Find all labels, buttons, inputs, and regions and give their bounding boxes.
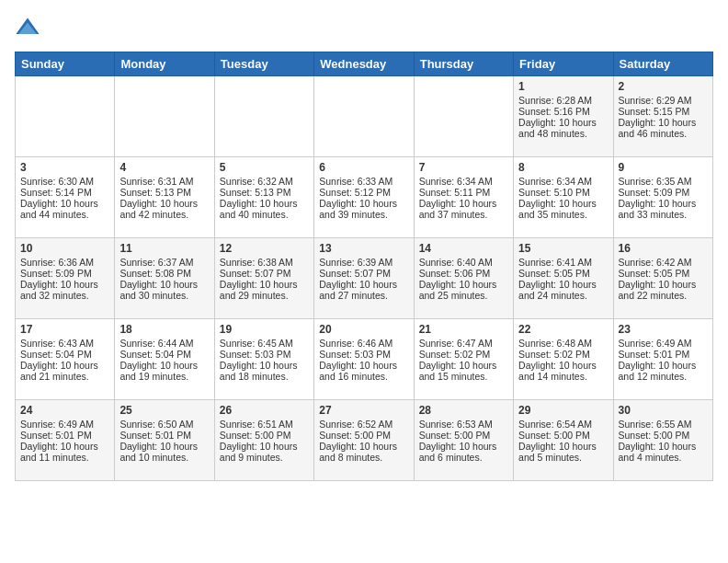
day-info: Sunrise: 6:47 AM [419, 338, 508, 349]
day-number: 30 [619, 404, 708, 417]
day-info: Daylight: 10 hours [619, 279, 708, 290]
day-info: Daylight: 10 hours [119, 441, 209, 452]
day-number: 27 [319, 404, 408, 417]
day-info: and 32 minutes. [20, 290, 109, 301]
day-number: 2 [619, 80, 708, 93]
day-info: Sunset: 5:10 PM [518, 187, 608, 198]
day-number: 28 [419, 404, 508, 417]
day-header-thursday: Thursday [414, 52, 513, 76]
day-info: Sunset: 5:13 PM [220, 187, 309, 198]
day-info: Daylight: 10 hours [319, 360, 408, 371]
day-number: 14 [419, 242, 508, 255]
day-info: Sunset: 5:09 PM [619, 187, 708, 198]
week-row-3: 17Sunrise: 6:43 AMSunset: 5:04 PMDayligh… [16, 319, 713, 400]
day-header-monday: Monday [115, 52, 214, 76]
calendar-cell: 8Sunrise: 6:34 AMSunset: 5:10 PMDaylight… [514, 157, 613, 238]
calendar-cell: 29Sunrise: 6:54 AMSunset: 5:00 PMDayligh… [514, 400, 613, 481]
day-info: Sunset: 5:00 PM [518, 430, 608, 441]
day-info: and 42 minutes. [119, 209, 209, 220]
calendar-cell: 30Sunrise: 6:55 AMSunset: 5:00 PMDayligh… [613, 400, 712, 481]
day-info: Sunset: 5:04 PM [20, 349, 109, 360]
calendar-cell: 15Sunrise: 6:41 AMSunset: 5:05 PMDayligh… [514, 238, 613, 319]
day-info: Daylight: 10 hours [119, 279, 209, 290]
day-info: and 48 minutes. [518, 128, 608, 139]
calendar-cell [16, 76, 115, 157]
day-info: Sunrise: 6:40 AM [419, 257, 508, 268]
day-number: 19 [220, 323, 309, 336]
day-header-sunday: Sunday [16, 52, 115, 76]
day-info: Sunrise: 6:32 AM [220, 176, 309, 187]
day-info: and 8 minutes. [319, 452, 408, 463]
calendar-cell: 28Sunrise: 6:53 AMSunset: 5:00 PMDayligh… [414, 400, 513, 481]
day-info: Daylight: 10 hours [220, 441, 309, 452]
day-info: Daylight: 10 hours [20, 360, 109, 371]
day-number: 1 [518, 80, 608, 93]
day-info: Sunset: 5:04 PM [119, 349, 209, 360]
calendar-cell: 4Sunrise: 6:31 AMSunset: 5:13 PMDaylight… [115, 157, 214, 238]
day-number: 7 [419, 161, 508, 174]
day-info: Sunrise: 6:34 AM [419, 176, 508, 187]
day-info: and 18 minutes. [220, 371, 309, 382]
calendar-cell: 10Sunrise: 6:36 AMSunset: 5:09 PMDayligh… [16, 238, 115, 319]
day-info: Sunrise: 6:36 AM [20, 257, 109, 268]
calendar-cell: 23Sunrise: 6:49 AMSunset: 5:01 PMDayligh… [613, 319, 712, 400]
day-info: Daylight: 10 hours [518, 198, 608, 209]
calendar-cell: 18Sunrise: 6:44 AMSunset: 5:04 PMDayligh… [115, 319, 214, 400]
day-info: Sunrise: 6:50 AM [119, 419, 209, 430]
day-number: 22 [518, 323, 608, 336]
day-number: 15 [518, 242, 608, 255]
day-info: Sunrise: 6:54 AM [518, 419, 608, 430]
day-info: Sunset: 5:16 PM [518, 106, 608, 117]
day-info: and 35 minutes. [518, 209, 608, 220]
day-info: Daylight: 10 hours [419, 441, 508, 452]
day-number: 29 [518, 404, 608, 417]
day-info: Sunset: 5:02 PM [518, 349, 608, 360]
day-info: Sunrise: 6:53 AM [419, 419, 508, 430]
day-info: Sunrise: 6:49 AM [619, 338, 708, 349]
calendar-cell: 21Sunrise: 6:47 AMSunset: 5:02 PMDayligh… [414, 319, 513, 400]
day-info: Sunrise: 6:37 AM [119, 257, 209, 268]
day-number: 17 [20, 323, 109, 336]
day-info: Sunset: 5:09 PM [20, 268, 109, 279]
day-info: and 29 minutes. [220, 290, 309, 301]
day-info: Sunset: 5:02 PM [419, 349, 508, 360]
day-info: Daylight: 10 hours [518, 360, 608, 371]
day-number: 21 [419, 323, 508, 336]
calendar-cell [214, 76, 313, 157]
header-row: SundayMondayTuesdayWednesdayThursdayFrid… [16, 52, 713, 76]
calendar-cell: 6Sunrise: 6:33 AMSunset: 5:12 PMDaylight… [314, 157, 414, 238]
day-info: Daylight: 10 hours [20, 441, 109, 452]
day-header-tuesday: Tuesday [214, 52, 313, 76]
day-info: Daylight: 10 hours [20, 279, 109, 290]
day-info: Daylight: 10 hours [518, 279, 608, 290]
day-info: Daylight: 10 hours [119, 360, 209, 371]
day-info: Sunrise: 6:52 AM [319, 419, 408, 430]
day-info: Sunrise: 6:46 AM [319, 338, 408, 349]
calendar-cell: 26Sunrise: 6:51 AMSunset: 5:00 PMDayligh… [214, 400, 313, 481]
calendar-cell: 25Sunrise: 6:50 AMSunset: 5:01 PMDayligh… [115, 400, 214, 481]
header [15, 15, 713, 40]
day-info: Sunset: 5:00 PM [319, 430, 408, 441]
day-number: 23 [619, 323, 708, 336]
day-info: Sunset: 5:11 PM [419, 187, 508, 198]
day-info: Sunset: 5:01 PM [20, 430, 109, 441]
day-header-friday: Friday [514, 52, 613, 76]
day-info: Sunrise: 6:30 AM [20, 176, 109, 187]
day-info: and 11 minutes. [20, 452, 109, 463]
day-info: Sunset: 5:01 PM [119, 430, 209, 441]
day-info: Daylight: 10 hours [619, 360, 708, 371]
day-info: Sunrise: 6:38 AM [220, 257, 309, 268]
day-info: Sunset: 5:06 PM [419, 268, 508, 279]
day-number: 26 [220, 404, 309, 417]
calendar-cell [414, 76, 513, 157]
day-info: and 19 minutes. [119, 371, 209, 382]
day-info: Daylight: 10 hours [419, 198, 508, 209]
day-info: and 4 minutes. [619, 452, 708, 463]
week-row-1: 3Sunrise: 6:30 AMSunset: 5:14 PMDaylight… [16, 157, 713, 238]
day-info: Daylight: 10 hours [518, 117, 608, 128]
day-info: and 5 minutes. [518, 452, 608, 463]
day-info: and 10 minutes. [119, 452, 209, 463]
day-info: Sunrise: 6:41 AM [518, 257, 608, 268]
calendar-cell: 19Sunrise: 6:45 AMSunset: 5:03 PMDayligh… [214, 319, 313, 400]
day-info: Sunrise: 6:29 AM [619, 95, 708, 106]
